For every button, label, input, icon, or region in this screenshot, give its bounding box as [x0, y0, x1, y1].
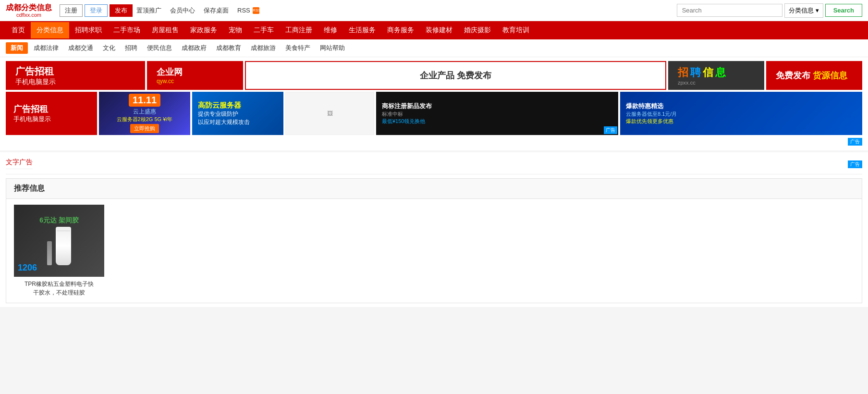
- nav-item-fangwu[interactable]: 房屋租售: [146, 22, 184, 38]
- content-area: 文字广告 广告 推荐信息 6元达 架间胶: [0, 152, 868, 307]
- ad-badge-row: 广告: [6, 137, 862, 147]
- sb2-btn[interactable]: 立即抢购: [130, 124, 159, 133]
- header-links: 置顶推广 会员中心 保存桌面 RSS RSS: [136, 6, 673, 15]
- search-area: 分类信息 ▾ Search: [677, 3, 862, 18]
- banner-ad2-sub: qyw.cc: [157, 78, 233, 85]
- sub-nav-meishi[interactable]: 美食特产: [281, 42, 314, 54]
- banner-ad4[interactable]: 招聘信息 zpxx.cc: [668, 61, 764, 90]
- banner-ad1-line2: 手机电脑显示: [15, 78, 135, 86]
- broken-image-icon: 🖼: [327, 110, 333, 117]
- sub-nav-news-badge: 新闻: [6, 42, 28, 54]
- second-banner-6[interactable]: 爆款特惠精选 云服务器低至8.1元/月 爆款优先领更多优惠: [620, 92, 862, 135]
- sub-nav-falv[interactable]: 成都法律: [30, 42, 62, 54]
- search-dropdown[interactable]: 分类信息 ▾: [784, 3, 823, 18]
- second-banner-4: 🖼: [285, 92, 374, 135]
- second-banner-1[interactable]: 广告招租 手机电脑显示: [6, 92, 97, 135]
- nav-item-weixiu[interactable]: 维修: [318, 22, 343, 38]
- nav-item-jiazhen[interactable]: 家政服务: [184, 22, 223, 38]
- nav-item-zhuangxiu[interactable]: 装修建材: [420, 22, 458, 38]
- second-banner-3[interactable]: 高防云服务器 提供专业级防护 以应对超大规模攻击: [192, 92, 283, 135]
- product-num: 1206: [18, 263, 37, 273]
- nav-item-fenlei[interactable]: 分类信息: [31, 22, 69, 38]
- nav-item-jiaoyu[interactable]: 教育培训: [497, 22, 535, 38]
- banner-ad4-zpxx: 招聘信息: [678, 65, 755, 80]
- sb3-sub: 提供专业级防护: [198, 110, 278, 118]
- product-brand: 6元达 架间胶: [39, 216, 79, 225]
- recommended-section: 推荐信息 6元达 架间胶 1206: [6, 178, 862, 303]
- top-banners: 广告招租 手机电脑显示 企业网 qyw.cc 企业产品 免费发布 招聘信息 zp…: [6, 61, 862, 90]
- sub-nav-jiaoyu[interactable]: 成都教育: [212, 42, 245, 54]
- sub-nav-zhaopin[interactable]: 招聘: [121, 42, 141, 54]
- header-link-huiyuan[interactable]: 会员中心: [170, 6, 195, 15]
- header-nav-btns: 注册 登录 发布: [60, 4, 133, 17]
- chevron-down-icon: ▾: [816, 7, 819, 14]
- logo: 成都分类信息 cdflxx.com: [6, 3, 52, 18]
- product-image: 6元达 架间胶 1206: [14, 205, 104, 277]
- sb1-sub: 手机电脑显示: [13, 115, 89, 123]
- second-banner-5[interactable]: 商标注册新品发布 标准中标 最低¥150领兑换他 广告: [376, 92, 618, 135]
- sb3-sub2: 以应对超大规模攻击: [198, 118, 278, 126]
- post-button[interactable]: 发布: [110, 4, 133, 17]
- product-card[interactable]: 6元达 架间胶 1206 TPR橡胶粘五金塑料电子快 干胶水，不处理硅胶: [14, 205, 104, 297]
- nav-item-zhaopin[interactable]: 招聘求职: [69, 22, 108, 38]
- nav-item-ershou[interactable]: 二手市场: [108, 22, 146, 38]
- nav-item-shenghuo[interactable]: 生活服务: [343, 22, 381, 38]
- header-link-tuiguang[interactable]: 置顶推广: [136, 6, 161, 15]
- main-nav: 首页 分类信息 招聘求职 二手市场 房屋租售 家政服务 宠物 二手车 工商注册 …: [0, 21, 868, 39]
- sb3-title: 高防云服务器: [198, 101, 278, 110]
- sub-nav-lvyou[interactable]: 成都旅游: [247, 42, 280, 54]
- nav-item-chongwu[interactable]: 宠物: [223, 22, 248, 38]
- rss-icon: RSS: [253, 7, 259, 14]
- text-ad-badge: 广告: [848, 160, 862, 168]
- login-button[interactable]: 登录: [85, 4, 108, 17]
- nav-item-ershouchue[interactable]: 二手车: [248, 22, 280, 38]
- sub-nav: 新闻 成都法律 成都交通 文化 招聘 便民信息 成都政府 成都教育 成都旅游 美…: [0, 39, 868, 57]
- logo-subtitle: cdflxx.com: [16, 12, 41, 18]
- sb6-sub: 云服务器低至8.1元/月: [626, 111, 856, 118]
- sb5-sub: 标准中标: [382, 111, 612, 118]
- sb5-title: 商标注册新品发布: [382, 102, 612, 111]
- nav-item-gongshang[interactable]: 工商注册: [280, 22, 318, 38]
- sub-nav-wangzhan[interactable]: 网站帮助: [316, 42, 349, 54]
- search-input[interactable]: [677, 4, 782, 17]
- sb2-promo: 云服务器2核2G 5G ¥/年: [117, 116, 173, 123]
- banner-ad1-line1: 广告招租: [15, 65, 135, 78]
- header-link-baocun[interactable]: 保存桌面: [204, 6, 229, 15]
- product-desc: TPR橡胶粘五金塑料电子快 干胶水，不处理硅胶: [24, 280, 94, 297]
- banner-ad2-main: 企业网: [157, 66, 233, 78]
- second-banner-2[interactable]: 11.11 云上盛惠 云服务器2核2G 5G ¥/年 立即抢购: [99, 92, 190, 135]
- sub-nav-bianmin[interactable]: 便民信息: [143, 42, 176, 54]
- sub-nav-jiaotong[interactable]: 成都交通: [64, 42, 97, 54]
- sb1-title: 广告招租: [13, 103, 89, 115]
- ad-label-top: 广告: [848, 138, 862, 146]
- nav-item-hunqing[interactable]: 婚庆摄影: [458, 22, 497, 38]
- nav-item-shangwu[interactable]: 商务服务: [381, 22, 420, 38]
- sb6-title: 爆款特惠精选: [626, 102, 856, 111]
- sb2-tag: 11.11: [129, 94, 160, 107]
- header: 成都分类信息 cdflxx.com 注册 登录 发布 置顶推广 会员中心 保存桌…: [0, 0, 868, 21]
- banner-ad2[interactable]: 企业网 qyw.cc: [147, 61, 243, 90]
- header-link-rss[interactable]: RSS RSS: [237, 7, 259, 14]
- banner-ad3[interactable]: 企业产品 免费发布: [245, 61, 666, 90]
- recommended-body: 6元达 架间胶 1206 TPR橡胶粘五金塑料电子快 干胶水，不处理硅胶: [6, 199, 862, 303]
- banner-area: 广告招租 手机电脑显示 企业网 qyw.cc 企业产品 免费发布 招聘信息 zp…: [0, 57, 868, 150]
- banner-ad5[interactable]: 免费发布 货源信息: [766, 61, 862, 90]
- sb5-link: 最低¥150领兑换他: [382, 118, 612, 125]
- text-ad-label: 文字广告: [6, 156, 33, 169]
- sb2-cloud: 云上盛惠: [133, 108, 156, 116]
- second-banners: 广告招租 手机电脑显示 11.11 云上盛惠 云服务器2核2G 5G ¥/年 立…: [6, 92, 862, 135]
- sub-nav-wenhua[interactable]: 文化: [99, 42, 119, 54]
- ad-badge-5: 广告: [604, 126, 617, 134]
- register-button[interactable]: 注册: [60, 4, 83, 17]
- recommended-header: 推荐信息: [6, 179, 862, 199]
- banner-ad4-sub: zpxx.cc: [678, 80, 755, 86]
- search-button[interactable]: Search: [825, 4, 862, 17]
- sub-nav-zhengfu[interactable]: 成都政府: [178, 42, 210, 54]
- banner-ad1[interactable]: 广告招租 手机电脑显示: [6, 61, 145, 90]
- logo-title: 成都分类信息: [6, 3, 52, 12]
- sb6-link: 爆款优先领更多优惠: [626, 118, 856, 125]
- nav-item-home[interactable]: 首页: [6, 22, 31, 38]
